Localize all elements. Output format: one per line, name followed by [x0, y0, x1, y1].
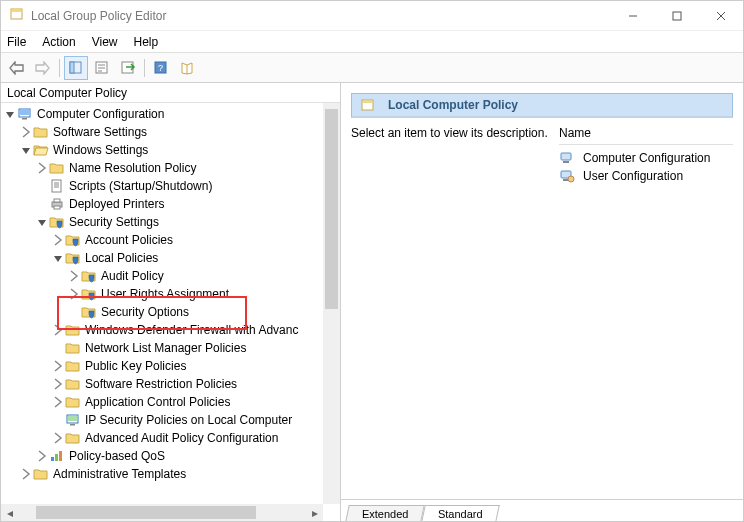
tree-node-public-key-policies[interactable]: Public Key Policies — [1, 357, 340, 375]
twisty-closed-icon[interactable] — [51, 431, 65, 445]
scrollbar-thumb[interactable] — [36, 506, 256, 519]
menu-help[interactable]: Help — [134, 35, 159, 49]
tree-node-application-control[interactable]: Application Control Policies — [1, 393, 340, 411]
tree-label: Advanced Audit Policy Configuration — [85, 431, 278, 445]
twisty-closed-icon[interactable] — [51, 395, 65, 409]
folder-icon — [65, 376, 81, 392]
twisty-open-icon[interactable] — [51, 251, 65, 265]
folder-shield-icon — [65, 250, 81, 266]
tree-label: IP Security Policies on Local Computer — [85, 413, 292, 427]
twisty-open-icon[interactable] — [19, 143, 33, 157]
twisty-closed-icon[interactable] — [67, 269, 81, 283]
scroll-left-arrow[interactable]: ◂ — [1, 504, 18, 521]
tree-label: Audit Policy — [101, 269, 164, 283]
toolbar — [1, 53, 743, 83]
folder-icon — [33, 466, 49, 482]
tree-node-admin-templates[interactable]: Administrative Templates — [1, 465, 340, 483]
main-split: Local Computer Policy Computer Configura… — [1, 83, 743, 521]
tree-label: Administrative Templates — [53, 467, 186, 481]
tree-node-advanced-audit[interactable]: Advanced Audit Policy Configuration — [1, 429, 340, 447]
tree-view[interactable]: Computer Configuration Software Settings… — [1, 103, 340, 521]
tree-label: Scripts (Startup/Shutdown) — [69, 179, 212, 193]
filter-button[interactable] — [175, 56, 199, 80]
folder-icon — [49, 160, 65, 176]
tree-label: Security Settings — [69, 215, 159, 229]
tree-node-security-settings[interactable]: Security Settings — [1, 213, 340, 231]
tree-node-scripts[interactable]: Scripts (Startup/Shutdown) — [1, 177, 340, 195]
detail-item-list[interactable]: Name Computer Configuration User Configu… — [559, 126, 733, 185]
twisty-closed-icon[interactable] — [51, 233, 65, 247]
folder-icon — [65, 358, 81, 374]
tree-pane: Local Computer Policy Computer Configura… — [1, 83, 341, 521]
tree-node-ip-security[interactable]: IP Security Policies on Local Computer — [1, 411, 340, 429]
horizontal-scrollbar[interactable]: ◂ ▸ — [1, 504, 323, 521]
twisty-closed-icon[interactable] — [51, 359, 65, 373]
app-icon — [9, 6, 25, 25]
list-item[interactable]: Computer Configuration — [559, 149, 733, 167]
tree-node-audit-policy[interactable]: Audit Policy — [1, 267, 340, 285]
list-item[interactable]: User Configuration — [559, 167, 733, 185]
folder-icon — [65, 394, 81, 410]
twisty-closed-icon[interactable] — [67, 287, 81, 301]
window-title: Local Group Policy Editor — [31, 9, 611, 23]
detail-description: Select an item to view its description. — [351, 126, 551, 185]
vertical-scrollbar[interactable] — [323, 103, 340, 504]
twisty-closed-icon[interactable] — [19, 125, 33, 139]
properties-button[interactable] — [90, 56, 114, 80]
close-button[interactable] — [699, 2, 743, 30]
tree-label: Policy-based QoS — [69, 449, 165, 463]
folder-icon — [65, 430, 81, 446]
list-item-label: User Configuration — [583, 169, 683, 183]
minimize-button[interactable] — [611, 2, 655, 30]
tree-label: Windows Defender Firewall with Advanc — [85, 323, 298, 337]
twisty-closed-icon[interactable] — [51, 377, 65, 391]
tree-node-software-settings[interactable]: Software Settings — [1, 123, 340, 141]
folder-shield-icon — [81, 304, 97, 320]
twisty-open-icon[interactable] — [35, 215, 49, 229]
menu-file[interactable]: File — [7, 35, 26, 49]
tree-label: Computer Configuration — [37, 107, 164, 121]
twisty-open-icon[interactable] — [3, 107, 17, 121]
tree-label: Software Settings — [53, 125, 147, 139]
tree-node-user-rights[interactable]: User Rights Assignment — [1, 285, 340, 303]
tree-node-windows-defender-firewall[interactable]: Windows Defender Firewall with Advanc — [1, 321, 340, 339]
twisty-closed-icon[interactable] — [51, 323, 65, 337]
column-header-name[interactable]: Name — [559, 126, 733, 144]
twisty-closed-icon[interactable] — [19, 467, 33, 481]
back-button[interactable] — [5, 56, 29, 80]
folder-shield-icon — [65, 232, 81, 248]
tree-node-network-list-manager[interactable]: Network List Manager Policies — [1, 339, 340, 357]
menu-action[interactable]: Action — [42, 35, 75, 49]
tree-header[interactable]: Local Computer Policy — [1, 83, 340, 103]
folder-icon — [65, 322, 81, 338]
tree-node-windows-settings[interactable]: Windows Settings — [1, 141, 340, 159]
show-tree-button[interactable] — [64, 56, 88, 80]
twisty-closed-icon[interactable] — [35, 161, 49, 175]
tree-node-local-policies[interactable]: Local Policies — [1, 249, 340, 267]
tree-node-policy-qos[interactable]: Policy-based QoS — [1, 447, 340, 465]
menu-view[interactable]: View — [92, 35, 118, 49]
tree-label: Windows Settings — [53, 143, 148, 157]
tree-node-deployed-printers[interactable]: Deployed Printers — [1, 195, 340, 213]
detail-tabs: Extended Standard — [341, 499, 743, 521]
folder-shield-icon — [49, 214, 65, 230]
scrollbar-thumb[interactable] — [325, 109, 338, 309]
tree-label: Public Key Policies — [85, 359, 186, 373]
tree-node-name-resolution[interactable]: Name Resolution Policy — [1, 159, 340, 177]
gpedit-icon — [360, 97, 376, 113]
tree-node-account-policies[interactable]: Account Policies — [1, 231, 340, 249]
maximize-button[interactable] — [655, 2, 699, 30]
toolbar-separator — [59, 59, 60, 77]
tree-node-software-restriction[interactable]: Software Restriction Policies — [1, 375, 340, 393]
tree-node-security-options[interactable]: Security Options — [1, 303, 340, 321]
tree-node-computer-configuration[interactable]: Computer Configuration — [1, 105, 340, 123]
help-button[interactable] — [149, 56, 173, 80]
forward-button — [31, 56, 55, 80]
user-config-icon — [559, 168, 575, 184]
scroll-right-arrow[interactable]: ▸ — [306, 504, 323, 521]
twisty-closed-icon[interactable] — [35, 449, 49, 463]
tab-standard[interactable]: Standard — [422, 505, 500, 521]
folder-icon — [33, 124, 49, 140]
export-button[interactable] — [116, 56, 140, 80]
tab-extended[interactable]: Extended — [345, 505, 425, 521]
